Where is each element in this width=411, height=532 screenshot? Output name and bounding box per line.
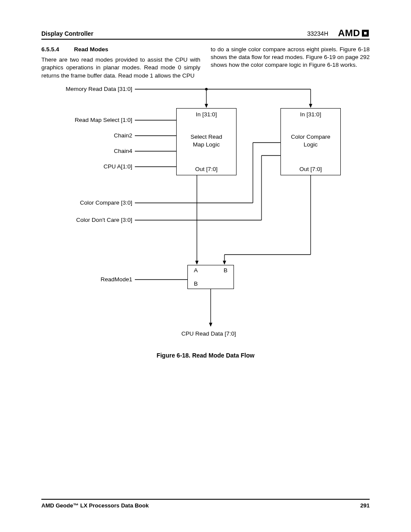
header-doc-code: 33234H xyxy=(307,30,328,37)
wiring xyxy=(42,82,369,349)
page-header: Display Controller 33234H AMD xyxy=(41,30,370,37)
para-right: to do a single color compare across eigh… xyxy=(211,46,370,80)
footer-page: 291 xyxy=(360,502,370,509)
figure-caption: Figure 6-18. Read Mode Data Flow xyxy=(41,352,370,359)
footer-book: AMD Geode™ LX Processors Data Book xyxy=(41,502,149,509)
section-number: 6.5.5.4 xyxy=(41,46,72,53)
svg-rect-0 xyxy=(364,32,367,34)
logo-text: AMD xyxy=(338,28,360,39)
para-left: There are two read modes provided to ass… xyxy=(41,56,200,80)
header-section: Display Controller xyxy=(41,30,93,37)
section-heading: 6.5.5.4 Read Modes xyxy=(41,46,200,53)
amd-logo: AMD xyxy=(338,28,370,39)
footer-rule xyxy=(41,499,370,500)
col-left: 6.5.5.4 Read Modes There are two read mo… xyxy=(41,46,200,80)
section-title: Read Modes xyxy=(74,46,109,53)
header-rule xyxy=(41,39,370,40)
body-columns: 6.5.5.4 Read Modes There are two read mo… xyxy=(41,46,370,80)
figure-diagram: Memory Read Data [31:0] Read Map Select … xyxy=(42,82,369,349)
page-footer: AMD Geode™ LX Processors Data Book 291 xyxy=(41,499,370,509)
amd-arrow-icon xyxy=(361,29,370,37)
